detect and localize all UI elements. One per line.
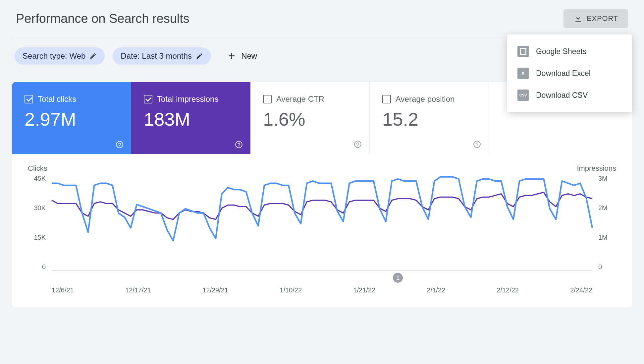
page-title: Performance on Search results xyxy=(16,12,189,26)
chart-plot[interactable] xyxy=(52,175,592,271)
chart-wrap: 45K30K15K0 3M2M1M0 12/6/2112/17/2112/29/… xyxy=(25,175,619,284)
export-menu: Google Sheets X Download Excel CSV Downl… xyxy=(507,34,632,112)
chart-area: Clicks Impressions 45K30K15K0 3M2M1M0 12… xyxy=(12,154,632,307)
metric-average-position[interactable]: Average position 15.2 xyxy=(370,82,489,154)
add-filter-button[interactable]: + New xyxy=(228,50,257,62)
metric-label: Total clicks xyxy=(38,94,76,104)
metric-total-impressions[interactable]: Total impressions 183M xyxy=(131,82,250,154)
metric-checkbox[interactable] xyxy=(263,95,272,103)
x-axis-ticks: 12/6/2112/17/2112/29/211/10/221/21/222/1… xyxy=(52,286,592,294)
annotation-marker[interactable]: 1 xyxy=(393,273,403,283)
metric-checkbox[interactable] xyxy=(382,95,391,103)
export-excel[interactable]: X Download Excel xyxy=(507,62,632,84)
export-csv[interactable]: CSV Download CSV xyxy=(507,84,632,106)
metric-label: Total impressions xyxy=(157,94,218,104)
pencil-icon xyxy=(89,52,97,60)
export-google-sheets-label: Google Sheets xyxy=(536,47,586,56)
header: Performance on Search results EXPORT xyxy=(12,9,632,38)
export-csv-label: Download CSV xyxy=(536,91,588,100)
metric-checkbox[interactable] xyxy=(144,95,152,103)
metric-checkbox[interactable] xyxy=(25,95,33,103)
filter-search-type[interactable]: Search type: Web xyxy=(15,47,105,65)
plus-icon: + xyxy=(228,50,235,62)
metric-value: 15.2 xyxy=(382,108,478,130)
metric-label: Average position xyxy=(396,94,455,104)
metric-value: 183M xyxy=(144,108,240,130)
download-icon xyxy=(573,14,583,23)
csv-icon: CSV xyxy=(517,90,529,101)
metric-total-clicks[interactable]: Total clicks 2.97M xyxy=(12,82,131,154)
export-button[interactable]: EXPORT xyxy=(564,9,628,28)
left-axis-ticks: 45K30K15K0 xyxy=(25,175,48,271)
help-icon[interactable] xyxy=(115,140,125,150)
export-excel-label: Download Excel xyxy=(536,69,591,78)
metric-average-ctr[interactable]: Average CTR 1.6% xyxy=(250,82,370,154)
export-button-label: EXPORT xyxy=(587,14,618,23)
performance-card: Total clicks 2.97M Total impressions 183… xyxy=(12,82,632,307)
metric-value: 1.6% xyxy=(263,108,359,130)
export-google-sheets[interactable]: Google Sheets xyxy=(507,40,632,62)
filter-date-range-label: Date: Last 3 months xyxy=(121,51,192,61)
pencil-icon xyxy=(196,52,203,60)
add-filter-label: New xyxy=(241,51,257,61)
sheets-icon xyxy=(517,46,529,57)
help-icon[interactable] xyxy=(353,139,363,149)
excel-icon: X xyxy=(517,68,529,79)
filter-date-range[interactable]: Date: Last 3 months xyxy=(113,47,211,65)
help-icon[interactable] xyxy=(472,139,482,149)
left-axis-title: Clicks xyxy=(28,164,47,173)
right-axis-title: Impressions xyxy=(577,164,616,173)
filter-search-type-label: Search type: Web xyxy=(23,51,85,61)
metric-label: Average CTR xyxy=(276,94,324,104)
help-icon[interactable] xyxy=(234,140,244,150)
metric-value: 2.97M xyxy=(25,108,121,130)
right-axis-ticks: 3M2M1M0 xyxy=(596,175,619,271)
